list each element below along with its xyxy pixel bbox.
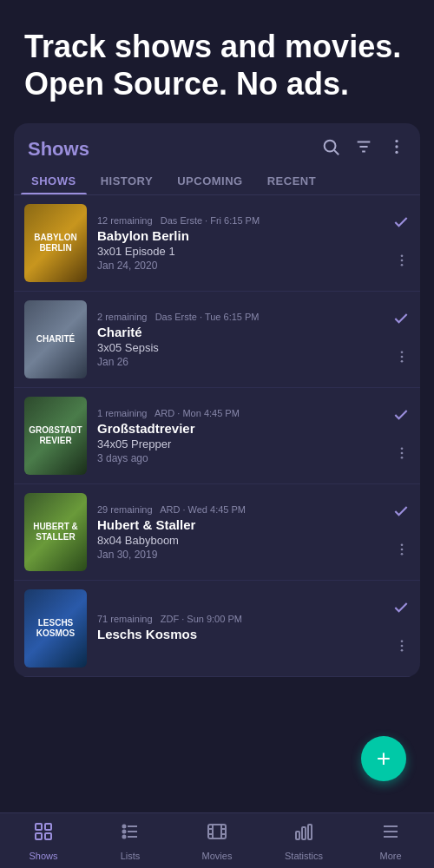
show-item[interactable]: CHARITÉ 2 remaining Das Erste · Tue 6:15…: [14, 292, 420, 388]
svg-point-31: [123, 830, 126, 832]
nav-item-movies[interactable]: Movies: [174, 821, 260, 861]
nav-item-lists[interactable]: Lists: [87, 821, 174, 861]
show-more-icon[interactable]: [394, 445, 410, 465]
shows-nav-icon: [33, 821, 54, 847]
show-info: 2 remaining Das Erste · Tue 6:15 PM Char…: [97, 312, 382, 368]
filter-icon[interactable]: [354, 137, 373, 161]
svg-rect-33: [208, 825, 226, 838]
more-nav-icon: [380, 821, 401, 847]
nav-item-statistics[interactable]: Statistics: [260, 821, 347, 861]
svg-point-21: [401, 645, 404, 648]
nav-item-more[interactable]: More: [347, 821, 434, 861]
show-info: 71 remaining ZDF · Sun 9:00 PM Leschs Ko…: [97, 614, 382, 643]
poster-image: HUBERT & STALLER: [24, 493, 87, 571]
shows-card: Shows: [14, 123, 420, 677]
lists-nav-icon: [120, 821, 141, 847]
show-date: 3 days ago: [97, 452, 382, 464]
nav-label-more: More: [379, 851, 401, 861]
show-date: Jan 30, 2019: [97, 549, 382, 561]
svg-point-12: [401, 356, 404, 358]
poster-image: CHARITÉ: [24, 300, 87, 378]
check-icon[interactable]: [392, 503, 410, 524]
svg-rect-24: [45, 824, 51, 830]
svg-rect-42: [308, 825, 312, 839]
svg-point-11: [401, 352, 404, 354]
svg-rect-25: [36, 833, 42, 839]
svg-point-6: [395, 146, 398, 148]
svg-point-5: [395, 140, 398, 142]
svg-rect-23: [36, 824, 42, 830]
svg-point-15: [401, 452, 404, 455]
svg-point-18: [401, 549, 404, 551]
svg-point-22: [401, 649, 404, 652]
hero-section: Track shows and movies. Open Source. No …: [0, 0, 434, 123]
nav-item-shows[interactable]: Shows: [0, 821, 87, 861]
show-name: Großstadtrevier: [97, 421, 382, 436]
show-item[interactable]: GROßSTADT REVIER 1 remaining ARD · Mon 4…: [14, 388, 420, 484]
svg-point-16: [401, 457, 404, 459]
show-item[interactable]: HUBERT & STALLER 29 remaining ARD · Wed …: [14, 484, 420, 581]
poster-image: BABYLON BERLIN: [24, 204, 87, 282]
tab-shows[interactable]: SHOWS: [21, 168, 87, 194]
show-more-icon[interactable]: [394, 638, 410, 658]
show-poster: BABYLON BERLIN: [24, 204, 87, 282]
svg-point-32: [123, 835, 126, 838]
statistics-nav-icon: [293, 821, 314, 847]
svg-point-19: [401, 553, 404, 556]
show-info: 12 remaining Das Erste · Fri 6:15 PM Bab…: [97, 215, 382, 272]
show-meta: 12 remaining Das Erste · Fri 6:15 PM: [97, 215, 382, 226]
hero-title: Track shows and movies. Open Source. No …: [24, 28, 410, 102]
show-meta: 2 remaining Das Erste · Tue 6:15 PM: [97, 312, 382, 322]
svg-point-13: [401, 360, 404, 363]
show-actions: [392, 503, 410, 562]
show-name: Babylon Berlin: [97, 228, 382, 243]
show-poster: CHARITÉ: [24, 300, 87, 378]
nav-label-movies: Movies: [202, 851, 233, 861]
show-poster: HUBERT & STALLER: [24, 493, 87, 571]
tab-upcoming[interactable]: UPCOMING: [167, 168, 253, 194]
svg-rect-41: [302, 827, 306, 839]
show-list: BABYLON BERLIN 12 remaining Das Erste · …: [14, 195, 420, 677]
show-episode: 3x01 Episode 1: [97, 245, 382, 258]
show-actions: [392, 310, 410, 369]
svg-rect-26: [45, 833, 51, 839]
svg-point-10: [401, 264, 404, 266]
tab-history[interactable]: HISTORY: [90, 168, 164, 194]
svg-point-17: [401, 544, 404, 547]
show-more-icon[interactable]: [394, 542, 410, 562]
svg-point-0: [325, 141, 336, 152]
show-date: Jan 24, 2020: [97, 260, 382, 272]
add-fab-button[interactable]: +: [361, 736, 406, 781]
nav-label-shows: Shows: [29, 851, 57, 861]
show-meta: 29 remaining ARD · Wed 4:45 PM: [97, 504, 382, 515]
bottom-nav: Shows Lists Movies Statistics More: [0, 812, 434, 868]
svg-point-14: [401, 448, 404, 450]
card-title: Shows: [28, 138, 89, 161]
show-meta: 71 remaining ZDF · Sun 9:00 PM: [97, 614, 382, 624]
show-episode: 8x04 Babyboom: [97, 534, 382, 547]
movies-nav-icon: [207, 821, 227, 847]
plus-icon: +: [377, 745, 391, 773]
check-icon[interactable]: [392, 310, 410, 332]
tab-recent[interactable]: RECENT: [257, 168, 326, 194]
show-episode: 34x05 Prepper: [97, 437, 382, 450]
show-name: Leschs Kosmos: [97, 627, 382, 641]
show-info: 1 remaining ARD · Mon 4:45 PM Großstadtr…: [97, 408, 382, 464]
overflow-menu-icon[interactable]: [387, 137, 406, 161]
search-icon[interactable]: [321, 137, 340, 161]
svg-point-9: [401, 260, 404, 262]
show-name: Hubert & Staller: [97, 517, 382, 532]
show-actions: [392, 599, 410, 658]
show-item[interactable]: BABYLON BERLIN 12 remaining Das Erste · …: [14, 195, 420, 292]
show-more-icon[interactable]: [394, 253, 410, 273]
check-icon[interactable]: [392, 214, 410, 235]
check-icon[interactable]: [392, 406, 410, 428]
show-poster: LESCHS KOSMOS: [24, 589, 87, 667]
show-more-icon[interactable]: [394, 349, 410, 369]
svg-line-1: [334, 151, 339, 155]
show-episode: 3x05 Sepsis: [97, 341, 382, 354]
nav-label-statistics: Statistics: [285, 851, 323, 861]
poster-image: LESCHS KOSMOS: [24, 589, 87, 667]
show-item[interactable]: LESCHS KOSMOS 71 remaining ZDF · Sun 9:0…: [14, 581, 420, 677]
check-icon[interactable]: [392, 599, 410, 621]
